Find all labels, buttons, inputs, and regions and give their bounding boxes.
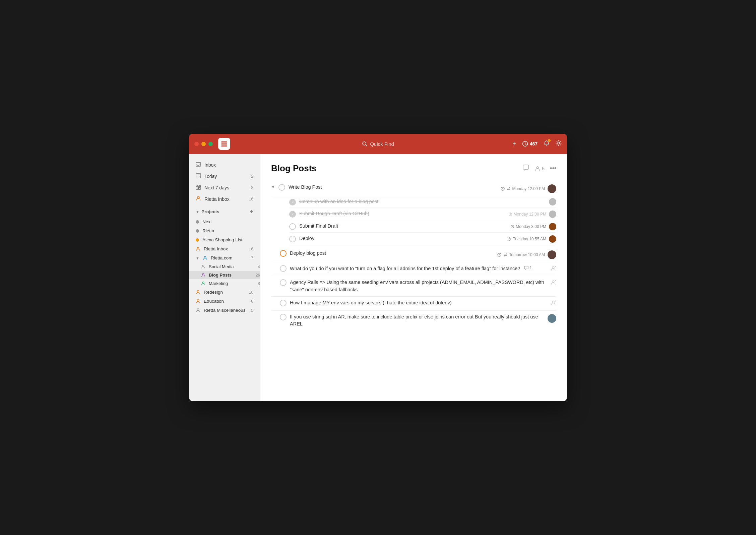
svg-point-27 bbox=[197, 299, 199, 301]
task-checkbox-write-blog-post[interactable] bbox=[278, 184, 285, 191]
project-item-riettacom[interactable]: ▼ Rietta.com 7 bbox=[189, 253, 260, 262]
task-checkbox-string-sql[interactable] bbox=[280, 314, 287, 320]
avatar-string-sql bbox=[548, 314, 556, 323]
sidebar-item-today[interactable]: 15 Today 2 bbox=[189, 171, 260, 182]
svg-rect-16 bbox=[198, 187, 199, 188]
project-label-social-media: Social Media bbox=[209, 264, 234, 269]
today-icon: 15 bbox=[196, 173, 201, 180]
project-item-next[interactable]: Next bbox=[189, 217, 260, 226]
svg-point-6 bbox=[558, 142, 560, 144]
subtask-checkbox-idea[interactable]: ✓ bbox=[289, 199, 296, 205]
add-project-button[interactable]: + bbox=[250, 208, 253, 215]
next7days-badge: 8 bbox=[251, 185, 253, 190]
task-expand-arrow[interactable]: ▼ bbox=[271, 184, 275, 189]
subtask-avatar-final-draft bbox=[549, 223, 556, 230]
sidebar-item-rietta-inbox[interactable]: Rietta Inbox 16 bbox=[189, 193, 260, 205]
person-icon-redesign bbox=[196, 290, 200, 295]
main-layout: Inbox 15 Today 2 bbox=[189, 154, 567, 401]
comment-icon[interactable] bbox=[522, 164, 529, 173]
svg-text:15: 15 bbox=[197, 175, 200, 178]
project-label-blog-posts: Blog Posts bbox=[209, 273, 232, 278]
inbox-icon bbox=[196, 162, 201, 168]
task-item-agency-rails: Agency Rails => Using the same seeding e… bbox=[271, 276, 556, 297]
subtask-avatar-rough-draft bbox=[549, 211, 556, 218]
content-header: Blog Posts 5 bbox=[271, 163, 556, 174]
app-window: Quick Find + 467 bbox=[189, 134, 567, 401]
timer-badge[interactable]: 467 bbox=[522, 141, 538, 147]
subtask-time-final-draft: Monday 3:00 PM bbox=[510, 224, 546, 229]
subtask-text-rough-draft: Submit Rough Draft (via GitHub) bbox=[299, 210, 505, 218]
today-badge: 2 bbox=[251, 174, 253, 179]
maximize-button[interactable] bbox=[208, 142, 213, 146]
settings-button[interactable] bbox=[556, 140, 562, 148]
person-icon-education bbox=[196, 299, 200, 304]
minimize-button[interactable] bbox=[201, 142, 206, 146]
add-button[interactable]: + bbox=[512, 140, 516, 147]
subtask-avatar-idea bbox=[549, 198, 556, 205]
task-text-env-vars: How I manage MY env vars on my servers (… bbox=[290, 299, 547, 307]
sidebar-item-inbox[interactable]: Inbox bbox=[189, 159, 260, 171]
task-meta-turn-on-flag bbox=[550, 265, 556, 273]
project-item-alexa[interactable]: Alexa Shopping List bbox=[189, 235, 260, 244]
sidebar-item-next7days[interactable]: Next 7 days 8 bbox=[189, 182, 260, 193]
subtask-text-idea: Come up with an idea for a blog post bbox=[299, 198, 546, 205]
project-item-education[interactable]: Education 8 bbox=[189, 297, 260, 306]
project-badge-social-media: 4 bbox=[258, 264, 260, 269]
assign-icon-env-vars[interactable] bbox=[550, 300, 556, 308]
task-checkbox-agency-rails[interactable] bbox=[280, 279, 287, 286]
task-text-turn-on-flag: What do you do if you want to "turn on a… bbox=[290, 265, 547, 272]
svg-point-37 bbox=[552, 266, 554, 269]
person-icon-marketing bbox=[201, 281, 205, 286]
project-item-rietta[interactable]: Rietta bbox=[189, 226, 260, 235]
task-meta-agency-rails bbox=[550, 280, 556, 287]
svg-point-24 bbox=[202, 274, 204, 275]
svg-rect-1 bbox=[221, 143, 227, 144]
project-label-rietta-misc: Rietta Miscellaneous bbox=[204, 308, 246, 313]
svg-point-40 bbox=[552, 281, 554, 283]
svg-rect-18 bbox=[197, 188, 197, 189]
subtask-item-rough-draft: ✓ Submit Rough Draft (via GitHub) Monday… bbox=[289, 208, 556, 220]
riettacom-expand[interactable]: ▼ bbox=[196, 256, 199, 260]
subtask-meta-rough-draft: Monday 12:00 PM bbox=[508, 211, 556, 218]
task-text-write-blog-post: Write Blog Post bbox=[289, 184, 497, 191]
projects-collapse-arrow[interactable]: ▼ bbox=[196, 210, 199, 214]
project-item-social-media[interactable]: Social Media 4 bbox=[189, 262, 260, 271]
project-label-riettacom: Rietta.com bbox=[211, 255, 233, 260]
project-item-marketing[interactable]: Marketing 8 bbox=[189, 279, 260, 288]
more-options-button[interactable]: ••• bbox=[550, 165, 556, 172]
task-checkbox-deploy-blog-post[interactable] bbox=[280, 250, 287, 257]
notification-button[interactable] bbox=[544, 140, 550, 147]
alarm-icon-sub bbox=[508, 212, 512, 216]
assign-icon-turn-on-flag[interactable] bbox=[550, 265, 556, 273]
next7days-label: Next 7 days bbox=[204, 185, 229, 190]
projects-label: Projects bbox=[201, 209, 219, 214]
project-item-redesign[interactable]: Redesign 10 bbox=[189, 288, 260, 297]
task-item-turn-on-flag: What do you do if you want to "turn on a… bbox=[271, 262, 556, 276]
subtask-checkbox-final-draft[interactable] bbox=[289, 223, 296, 230]
project-label-alexa: Alexa Shopping List bbox=[202, 237, 242, 242]
members-count[interactable]: 5 bbox=[534, 166, 545, 172]
person-icon-misc bbox=[196, 308, 200, 313]
alarm-icon-final bbox=[510, 225, 514, 229]
subtask-checkbox-rough-draft[interactable]: ✓ bbox=[289, 211, 296, 218]
subtask-checkbox-deploy-sub[interactable] bbox=[289, 236, 296, 242]
search-bar[interactable]: Quick Find bbox=[362, 141, 394, 147]
task-checkbox-turn-on-flag[interactable] bbox=[280, 265, 287, 272]
timer-count: 467 bbox=[530, 141, 538, 146]
svg-point-43 bbox=[552, 301, 554, 303]
task-item-write-blog-post: ▼ Write Blog Post Monday 12:00 bbox=[271, 181, 556, 196]
project-item-rietta-misc[interactable]: Rietta Miscellaneous 5 bbox=[189, 306, 260, 315]
project-item-blog-posts[interactable]: Blog Posts 26 bbox=[189, 271, 260, 279]
assign-icon-agency-rails[interactable] bbox=[550, 280, 556, 287]
person-icon-blog bbox=[201, 273, 205, 277]
svg-point-22 bbox=[204, 256, 206, 258]
app-logo bbox=[218, 138, 230, 150]
comment-icon-badge bbox=[524, 266, 528, 270]
project-badge-marketing: 8 bbox=[258, 281, 260, 286]
timer-icon bbox=[522, 141, 528, 147]
gear-icon bbox=[556, 140, 562, 146]
close-button[interactable] bbox=[194, 142, 199, 146]
project-item-rietta-inbox2[interactable]: Rietta Inbox 16 bbox=[189, 244, 260, 253]
project-label-marketing: Marketing bbox=[209, 281, 228, 286]
task-checkbox-env-vars[interactable] bbox=[280, 300, 287, 306]
